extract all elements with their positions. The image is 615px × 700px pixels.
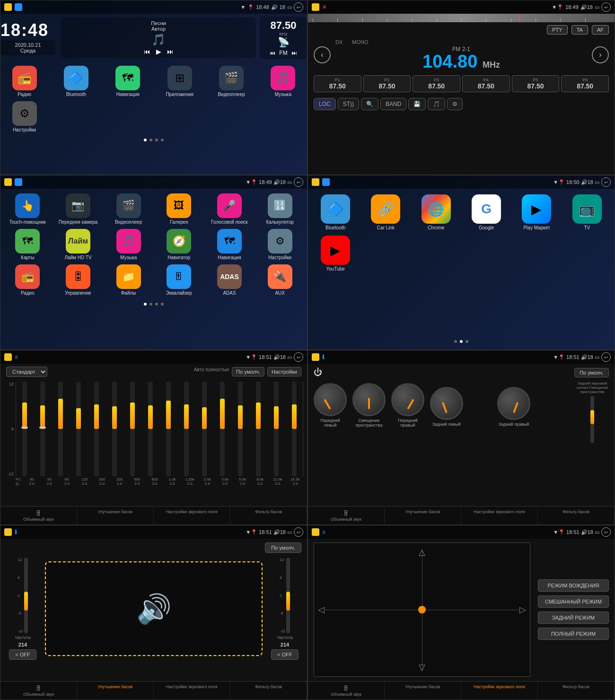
app-radio2[interactable]: 📻 Радио (4, 264, 51, 296)
spatial-dot[interactable] (418, 606, 426, 613)
app-music2[interactable]: 🎵 Музыка (105, 229, 152, 261)
next-btn[interactable]: ⏭ (167, 48, 174, 55)
spatial-down-arrow[interactable]: ▽ (419, 662, 425, 673)
app-youtube[interactable]: ▶ YouTube (313, 236, 358, 272)
knob-circle-ss[interactable] (352, 383, 386, 416)
app-chrome[interactable]: 🌐 Chrome (413, 194, 459, 231)
app-aux[interactable]: 🔌 AUX (256, 264, 303, 296)
win-btn-6[interactable] (312, 353, 319, 361)
app-music[interactable]: 🎵 Музыка (259, 66, 307, 97)
back-btn-6[interactable]: ↩ (601, 352, 611, 362)
eq-band-200[interactable] (88, 382, 105, 476)
eq-band-80[interactable] (52, 382, 69, 476)
app-settings[interactable]: ⚙ Настройки (0, 101, 48, 133)
knob-circle-rr[interactable] (497, 387, 530, 420)
bass-default-btn[interactable]: По умолч. (265, 542, 301, 553)
st-btn[interactable]: ST)) (338, 98, 359, 110)
ta-btn[interactable]: TA (571, 25, 588, 35)
tab-bass-6[interactable]: Улучшение басов (385, 507, 461, 525)
af-btn[interactable]: AF (592, 25, 609, 35)
app-eq[interactable]: 🎚 Эквалайзер (156, 264, 202, 296)
app-touch[interactable]: 👆 Touch-помощник (4, 193, 51, 225)
back-btn-4[interactable]: ↩ (601, 177, 611, 187)
app-apps[interactable]: ⊞ Приложения (156, 66, 203, 97)
app-play[interactable]: ▶ Play Маркет (514, 194, 559, 231)
tab-volumetric-8[interactable]: 🎚 Объемный звук (308, 682, 385, 700)
right-off-btn[interactable]: < OFF (271, 649, 298, 660)
eq-band-500[interactable] (124, 382, 141, 476)
eq-band-12k[interactable] (268, 382, 285, 476)
fm-widget[interactable]: 87.50 KHz 📡 ⏮ FM ⏭ (260, 17, 307, 59)
back-button[interactable]: ↩ (294, 2, 303, 12)
preset-4[interactable]: P4 87.50 (462, 75, 510, 92)
back-btn-2[interactable]: ↩ (601, 2, 611, 12)
app-gallery[interactable]: 🖼 Галерея (156, 193, 202, 225)
fm-prev-btn[interactable]: ⏮ (270, 50, 275, 56)
win-btn-3b[interactable] (15, 178, 22, 186)
preset-1[interactable]: P1 87.50 (314, 75, 361, 92)
tab-volumetric-7[interactable]: 🎚 Объемный звук (0, 682, 77, 700)
prev-btn[interactable]: ⏮ (144, 48, 150, 55)
app-settings2[interactable]: ⚙ Настройки (256, 229, 303, 261)
spatial-right-arrow[interactable]: ▷ (519, 604, 526, 615)
eq-preset-select[interactable]: Стандарт (6, 367, 47, 377)
app-frontcam[interactable]: 📷 Передняя камера (55, 193, 102, 225)
spatial-left-arrow[interactable]: ◁ (318, 604, 325, 615)
eq-band-8k[interactable] (250, 382, 267, 476)
win-btn-7[interactable] (4, 528, 12, 536)
eq-band-800[interactable] (142, 382, 158, 476)
knob-circle-rl[interactable] (430, 387, 463, 420)
settings-ctrl-btn[interactable]: ⚙ (447, 98, 463, 110)
app-steering[interactable]: 🎛 Управление (55, 264, 102, 296)
app-adas[interactable]: ADAS ADAS (206, 264, 253, 296)
preset-5[interactable]: P5 87.50 (512, 75, 560, 92)
power-btn[interactable]: ⏻ (314, 368, 322, 377)
radio-next-btn[interactable]: › (592, 46, 609, 63)
preset-6[interactable]: P6 87.50 (561, 75, 609, 92)
eq-band-2k[interactable] (196, 382, 213, 476)
app-bluetooth[interactable]: 🔷 Bluetooth (52, 66, 100, 97)
eq-default-btn[interactable]: По умолч. (232, 367, 264, 376)
eq-band-125[interactable] (70, 382, 87, 476)
app-calc[interactable]: 🔢 Калькулятор (256, 193, 303, 225)
close-icon[interactable]: ✕ (322, 4, 327, 10)
tab-bass-8[interactable]: Улучшение басов (385, 682, 461, 700)
preset-3[interactable]: P3 87.50 (413, 75, 460, 92)
win-btn-4[interactable] (312, 178, 319, 186)
app-video[interactable]: 🎬 Видеоплеер (207, 66, 255, 97)
eq-band-1k[interactable] (160, 382, 177, 476)
tab-field-6[interactable]: Настройки звукового поля (461, 507, 538, 525)
knob-circle-fr[interactable] (391, 383, 424, 416)
eq-band-16k[interactable] (286, 382, 303, 476)
app-radio[interactable]: 📻 Радио (0, 66, 48, 97)
win-btn-2[interactable] (312, 3, 319, 11)
win-btn-3[interactable] (4, 178, 12, 186)
app-navigation[interactable]: 🗺 Навигация (104, 66, 152, 97)
play-btn[interactable]: ▶ (156, 48, 161, 55)
back-btn-5[interactable]: ↩ (294, 352, 303, 362)
win-btn-blue[interactable] (15, 3, 22, 11)
save-btn[interactable]: 💾 (408, 98, 426, 110)
app-bluetooth2[interactable]: 🔷 Bluetooth (313, 194, 358, 231)
loc-btn[interactable]: LOC (314, 98, 336, 110)
eq-band-30[interactable] (16, 382, 33, 476)
tab-field-7[interactable]: Настройки звукового поля (154, 682, 230, 700)
search-btn[interactable]: 🔍 (361, 98, 378, 110)
tab-field-8[interactable]: Настройки звукового поля (461, 682, 538, 700)
fm-next-btn[interactable]: ⏭ (291, 50, 297, 56)
pty-btn[interactable]: PTY (547, 25, 567, 35)
tab-bass-7[interactable]: Улучшение басов (77, 682, 154, 700)
mode-mixed[interactable]: СМЕШАННЫЙ РЕЖИМ (538, 595, 609, 608)
spatial-up-arrow[interactable]: △ (419, 547, 425, 557)
tab-volumetric-6[interactable]: 🎚 Объемный звук (308, 507, 385, 525)
back-btn-7[interactable]: ↩ (294, 527, 303, 537)
preset-2[interactable]: P2 87.50 (363, 75, 411, 92)
win-btn-8[interactable] (312, 528, 319, 536)
eq-band-320[interactable] (106, 382, 123, 476)
band-btn[interactable]: BAND (380, 98, 406, 110)
tab-bass-filter[interactable]: Фильтр басов (230, 507, 307, 525)
eq-settings-btn[interactable]: Настройки (267, 367, 301, 376)
app-limetv[interactable]: Лайм Лайм HD TV (55, 229, 102, 261)
eq-band-1k25[interactable] (178, 382, 195, 476)
win-btn-yellow[interactable] (4, 3, 12, 11)
